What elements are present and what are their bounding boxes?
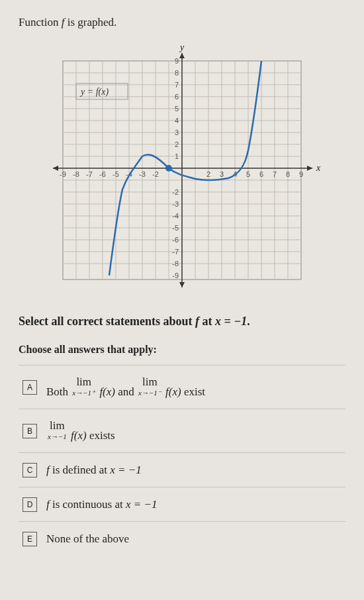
prompt-text: Function f is graphed. xyxy=(19,16,345,29)
svg-text:1: 1 xyxy=(175,152,179,160)
prompt-prefix: Function xyxy=(19,16,62,28)
svg-text:-8: -8 xyxy=(73,170,79,178)
svg-text:-7: -7 xyxy=(86,170,93,178)
svg-text:-5: -5 xyxy=(172,224,179,232)
choice-d[interactable]: D f is continuous at x = −1 xyxy=(19,487,345,521)
graph-container: y x -9 -8 -7 -6 -5 -4 -3 -2 2 3 4 5 6 7 … xyxy=(40,41,324,293)
svg-text:5: 5 xyxy=(246,170,250,178)
svg-marker-37 xyxy=(179,282,185,287)
svg-text:2: 2 xyxy=(175,140,179,148)
svg-text:8: 8 xyxy=(286,170,290,178)
choice-letter: A xyxy=(23,380,37,395)
choice-a[interactable]: A Both limx→−1⁺ f(x) and limx→−1⁻ f(x) e… xyxy=(19,365,345,409)
choice-d-text: f is continuous at x = −1 xyxy=(46,497,157,512)
function-graph: y x -9 -8 -7 -6 -5 -4 -3 -2 2 3 4 5 6 7 … xyxy=(40,41,324,293)
svg-marker-34 xyxy=(307,166,312,171)
svg-marker-35 xyxy=(53,166,58,171)
svg-marker-36 xyxy=(179,53,185,58)
sub-instruction: Choose all answers that apply: xyxy=(19,344,345,356)
choice-letter: B xyxy=(23,424,37,438)
svg-text:4: 4 xyxy=(175,117,179,125)
choice-b-text: limx→−1 f(x) exists xyxy=(46,419,115,443)
choice-a-text: Both limx→−1⁺ f(x) and limx→−1⁻ f(x) exi… xyxy=(46,375,205,399)
choice-c-text: f is defined at x = −1 xyxy=(46,463,142,477)
choice-b[interactable]: B limx→−1 f(x) exists xyxy=(19,409,345,452)
choice-e-text: None of the above xyxy=(46,532,129,546)
choice-letter: E xyxy=(23,532,37,546)
svg-text:2: 2 xyxy=(206,170,210,178)
y-axis-label: y xyxy=(179,42,185,52)
choice-letter: C xyxy=(23,463,37,477)
svg-text:7: 7 xyxy=(273,170,277,178)
svg-text:-6: -6 xyxy=(172,236,179,244)
svg-text:-7: -7 xyxy=(172,248,179,256)
svg-text:3: 3 xyxy=(220,170,224,178)
svg-text:-2: -2 xyxy=(172,188,179,196)
choice-letter: D xyxy=(23,497,37,512)
svg-text:6: 6 xyxy=(259,170,263,178)
svg-text:-8: -8 xyxy=(172,260,179,268)
svg-text:9: 9 xyxy=(299,170,303,178)
prompt-suffix: is graphed. xyxy=(64,16,116,28)
svg-text:3: 3 xyxy=(175,128,179,136)
svg-text:9: 9 xyxy=(175,57,179,65)
svg-text:-2: -2 xyxy=(152,170,159,178)
svg-text:8: 8 xyxy=(175,69,179,77)
svg-text:5: 5 xyxy=(175,105,179,113)
defined-point xyxy=(165,165,172,172)
svg-text:-3: -3 xyxy=(172,200,179,208)
x-axis-label: x xyxy=(316,163,321,173)
svg-text:6: 6 xyxy=(175,93,179,101)
svg-text:-5: -5 xyxy=(113,170,119,178)
svg-text:-6: -6 xyxy=(99,170,106,178)
question-text: Select all correct statements about f at… xyxy=(19,313,345,330)
svg-text:y = f(x): y = f(x) xyxy=(79,87,109,97)
choice-c[interactable]: C f is defined at x = −1 xyxy=(19,452,345,487)
svg-text:-9: -9 xyxy=(172,272,179,279)
svg-text:-9: -9 xyxy=(60,170,66,178)
choice-e[interactable]: E None of the above xyxy=(19,521,345,556)
svg-text:-3: -3 xyxy=(139,170,146,178)
svg-text:7: 7 xyxy=(175,81,179,89)
svg-text:-4: -4 xyxy=(172,212,179,220)
